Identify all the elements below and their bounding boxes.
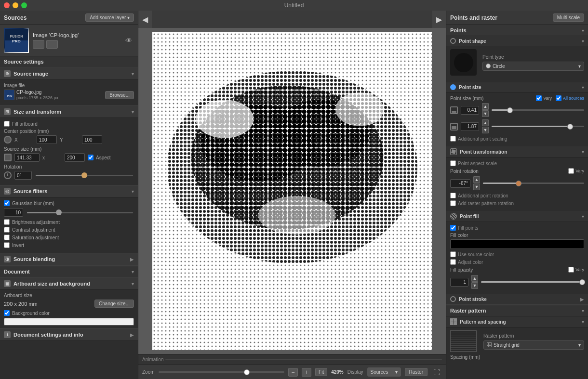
gaussian-blur-checkbox[interactable] — [4, 200, 10, 206]
raster-button[interactable]: Raster — [405, 368, 428, 376]
size-icon-2 — [450, 123, 458, 131]
invert-checkbox[interactable] — [4, 242, 10, 248]
blur-input[interactable] — [4, 208, 23, 217]
opacity-up[interactable]: ▲ — [471, 275, 478, 282]
artboard-header[interactable]: ▣ Artboard size and background ▾ — [0, 277, 138, 290]
display-select[interactable]: Sources ▾ — [367, 367, 401, 377]
zoom-plus-button[interactable]: + — [302, 368, 311, 377]
rotation-down[interactable]: ▼ — [473, 183, 480, 190]
point-fill-header[interactable]: Point fill ▾ — [446, 211, 588, 222]
svg-text:PRO: PRO — [7, 94, 13, 97]
x-input[interactable] — [37, 135, 57, 144]
size-slider-2[interactable] — [492, 126, 584, 127]
y-input[interactable] — [82, 135, 102, 144]
width-input[interactable] — [14, 153, 40, 162]
right-panel: Points and raster Multi scale Points ▾ P… — [446, 11, 588, 379]
point-type-select[interactable]: Circle ▾ — [482, 62, 584, 71]
multi-scale-button[interactable]: Multi scale — [553, 13, 584, 22]
artboard-content: Artboard size 200 x 200 mm Change size..… — [0, 290, 138, 328]
fill-color-swatch[interactable] — [450, 239, 584, 249]
zoom-slider-track[interactable] — [159, 371, 285, 373]
opacity-slider[interactable] — [481, 281, 584, 283]
aspect-checkbox[interactable] — [88, 155, 94, 160]
aspect-scale-checkbox[interactable] — [450, 160, 456, 166]
svg-text:FUSION: FUSION — [10, 35, 23, 38]
raster-pattern-header[interactable]: Raster pattern ▾ — [446, 304, 588, 316]
document-settings-header[interactable]: ℹ Document settings and info ▶ — [0, 328, 138, 341]
point-stroke-header[interactable]: Point stroke ▶ — [446, 294, 588, 304]
size-down-2[interactable]: ▼ — [482, 127, 489, 133]
next-nav-button[interactable]: ▶ — [432, 11, 446, 28]
height-input[interactable] — [65, 153, 85, 162]
source-blending-header[interactable]: ◑ Source blending ▶ — [0, 253, 138, 265]
size-transform-header[interactable]: ⊞ Size and transform ▾ — [0, 105, 138, 118]
fill-artboard-checkbox[interactable] — [4, 121, 10, 127]
rotation-input[interactable] — [14, 171, 32, 180]
point-type-chevron: ▾ — [578, 64, 581, 69]
point-size-chevron: ▾ — [582, 85, 584, 90]
source-item: FUSION PRO Image 'CP-logo.jpg' 👁 — [0, 25, 138, 56]
size-row-1: ▲ ▼ — [450, 103, 584, 117]
rotation-up[interactable]: ▲ — [473, 176, 480, 183]
halftone-svg — [152, 32, 432, 350]
add-raster-rotation-checkbox[interactable] — [450, 200, 456, 206]
size-input-2[interactable] — [461, 122, 479, 131]
browse-button[interactable]: Browse... — [105, 91, 134, 99]
close-dot[interactable] — [4, 2, 10, 8]
brightness-checkbox[interactable] — [4, 219, 10, 225]
size-down-1[interactable]: ▼ — [482, 110, 489, 117]
bg-color-swatch[interactable] — [4, 318, 134, 326]
source-blending-title: Source blending — [13, 256, 55, 262]
point-shape-header[interactable]: Point shape ▾ — [446, 36, 588, 46]
all-sources-checkbox[interactable] — [556, 95, 561, 101]
change-size-button[interactable]: Change size... — [94, 300, 134, 308]
zoom-minus-button[interactable]: − — [288, 368, 298, 377]
additional-rotation-checkbox[interactable] — [450, 193, 456, 198]
size-row-2: ▲ ▼ — [450, 119, 584, 133]
opacity-vary-checkbox[interactable] — [568, 267, 574, 273]
fill-points-checkbox[interactable] — [450, 225, 456, 231]
size-input-1[interactable] — [461, 106, 479, 115]
source-btn-1[interactable] — [33, 40, 44, 49]
vary-checkbox[interactable] — [536, 95, 542, 101]
additional-scaling-checkbox[interactable] — [450, 136, 456, 142]
adjust-color-checkbox[interactable] — [450, 259, 456, 265]
rotation-slider[interactable] — [36, 175, 133, 176]
zoom-dot[interactable] — [21, 2, 27, 8]
opacity-down[interactable]: ▼ — [471, 282, 478, 289]
raster-pattern-value: Straight grid — [494, 342, 520, 348]
blur-slider[interactable] — [27, 212, 133, 213]
point-size-header[interactable]: Point size ▾ — [446, 82, 588, 92]
canvas-area[interactable] — [138, 28, 446, 354]
add-source-button[interactable]: Add source layer ▾ — [85, 13, 134, 22]
source-image-header[interactable]: ⊕ Source image ▾ — [0, 67, 138, 80]
raster-pattern-select[interactable]: Straight grid ▾ — [483, 340, 584, 350]
point-transformation-header[interactable]: Point transformation ▾ — [446, 146, 588, 157]
opacity-input[interactable] — [450, 278, 468, 287]
fullscreen-button[interactable]: ⛶ — [431, 367, 442, 377]
eye-button[interactable]: 👁 — [123, 35, 134, 46]
contrast-checkbox[interactable] — [4, 227, 10, 233]
bg-color-checkbox[interactable] — [4, 310, 10, 316]
pattern-spacing-header[interactable]: Pattern and spacing ▾ — [446, 316, 588, 327]
minimize-dot[interactable] — [13, 2, 18, 8]
artboard-dimensions: 200 x 200 mm — [4, 301, 92, 307]
prev-nav-button[interactable]: ◀ — [138, 11, 152, 28]
source-filters-title: Source filters — [13, 188, 47, 194]
saturation-checkbox[interactable] — [4, 235, 10, 240]
point-size-radio — [450, 84, 456, 90]
size-up-2[interactable]: ▲ — [482, 119, 489, 126]
document-header[interactable]: Document ▾ — [0, 265, 138, 277]
use-source-color-checkbox[interactable] — [450, 251, 456, 257]
rotation-deg-input[interactable] — [450, 179, 470, 188]
source-btn-2[interactable] — [46, 40, 58, 49]
points-section-header[interactable]: Points ▾ — [446, 25, 588, 36]
vary-rotation-checkbox[interactable] — [568, 168, 574, 174]
fit-button[interactable]: Fit — [315, 368, 327, 376]
source-filters-header[interactable]: ◎ Source filters ▾ — [0, 185, 138, 197]
size-slider-1[interactable] — [492, 109, 584, 111]
point-shape-radio — [450, 38, 456, 44]
fill-opacity-label-row: Fill opacity Vary — [450, 267, 584, 273]
rotation-slider-track[interactable] — [483, 183, 584, 184]
size-up-1[interactable]: ▲ — [482, 103, 489, 110]
